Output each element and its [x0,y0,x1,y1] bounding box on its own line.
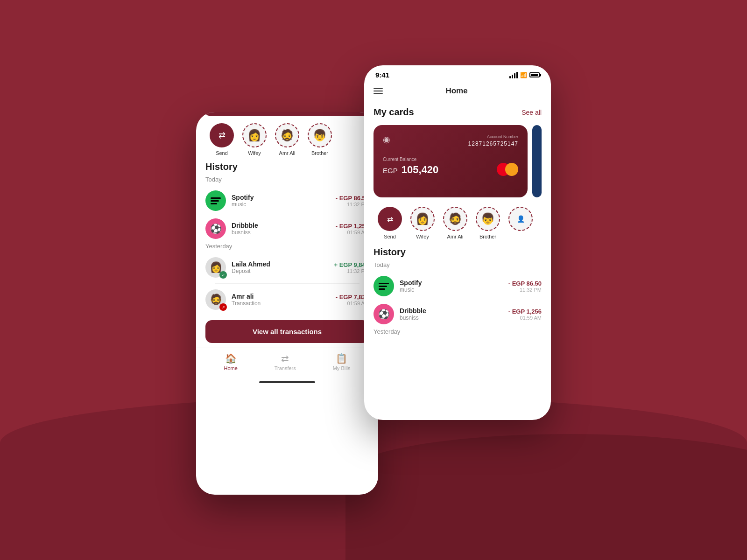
history-title-left: History [205,161,369,172]
tx-sub-spotify-left: music [232,201,330,208]
contact-brother[interactable]: 👦 Brother [303,123,336,156]
card-partial [205,112,369,116]
wifi-icon: 📶 [520,72,527,78]
account-info: Account Number 12871265725147 [468,134,518,147]
nav-transfers-left[interactable]: ⇄ Transfers [275,353,296,371]
spotify-logo-left [205,190,226,211]
bar1 [509,76,511,78]
view-all-button[interactable]: View all transactions [205,320,369,343]
amrali-badge-left: ↗ [219,303,227,311]
nav-label-transfers-left: Transfers [275,365,296,371]
laila-avatar-left: 👩 ↙ [205,257,226,278]
divider-left [215,283,359,284]
bottom-nav-left: 🏠 Home ⇄ Transfers 📋 My Bills [196,348,378,378]
menu-line2 [374,91,383,91]
card-top: ◉ Account Number 12871265725147 [383,134,518,147]
contact-amrali[interactable]: 🧔 Amr Ali [271,123,303,156]
brother-avatar-right: 👦 [476,207,500,231]
home-indicator-left [196,378,378,386]
contact-wifey[interactable]: 👩 Wifey [238,123,271,156]
card-container: ◉ Account Number 12871265725147 Current … [364,121,551,201]
contact-label-brother-right: Brother [479,234,496,239]
wifey-avatar-right: 👩 [410,207,435,231]
bank-card: ◉ Account Number 12871265725147 Current … [374,125,528,197]
contact-label-wifey: Wifey [248,150,261,156]
balance-value: 105,420 [402,164,439,175]
nav-label-bills-left: My Bills [333,365,351,371]
wifey-avatar: 👩 [242,123,267,147]
send-avatar: ⇄ [210,123,234,147]
contact-label-amrali: Amr Ali [279,150,296,156]
tx-sub-dribbble-left: busniss [232,229,330,236]
day-yesterday-left: Yesterday [205,243,369,250]
card-bottom: Current Balance EGP 105,420 [383,157,518,176]
quick-contacts-right: ⇄ Send 👩 Wifey 🧔 Amr Ali 👦 Brother 👤 [364,201,551,245]
tx-time-dribbble-right: 01:59 AM [508,315,542,321]
signal-bars [509,72,518,78]
tx-info-spotify-right: Spotify music [400,279,503,293]
battery-icon [529,72,540,77]
contact-send[interactable]: ⇄ Send [205,123,238,156]
history-title-right: History [374,247,542,258]
day-today-left: Today [205,176,369,183]
dribbble-logo-right: ⚽ [374,304,394,324]
tx-name-dribbble-right: Dribbble [400,307,503,315]
send-icon-right: ⇄ [387,215,393,224]
history-right: History Today Spotify music - EGP 86.50 [364,245,551,341]
amrali-avatar: 🧔 [275,123,299,147]
more-avatar-right: 👤 [508,207,533,231]
tx-name-spotify-left: Spotify [232,194,330,201]
tx-sub-amrali-left: Transaction [232,300,330,307]
contact-label-brother: Brother [311,150,328,156]
app-header: Home [364,83,551,103]
right-phone: 9:41 📶 Home [364,65,551,420]
tx-spotify-left: Spotify music - EGP 86.50 11:32 PM [205,187,369,215]
tx-spotify-right: Spotify music - EGP 86.50 11:32 PM [374,272,542,300]
contact-more-right[interactable]: 👤 [504,207,537,239]
menu-line1 [374,88,383,89]
tx-laila-left: 👩 ↙ Laila Ahmed Deposit + EGP 9,843 11:3… [205,253,369,281]
tx-amount-block-laila-left: + EGP 9,843 11:32 PM [334,261,369,274]
contact-send-right[interactable]: ⇄ Send [374,207,406,239]
history-left: History Today Spotify music [196,160,378,315]
bar3 [514,73,515,78]
nav-bills-left[interactable]: 📋 My Bills [333,353,351,371]
dribbble-logo-left: ⚽ [205,218,226,239]
contact-label-send: Send [216,150,228,156]
header-title: Home [445,86,467,96]
balance-info: Current Balance EGP 105,420 [383,157,438,176]
tx-amount-spotify-right: - EGP 86.50 [508,280,542,287]
nav-home-left[interactable]: 🏠 Home [224,353,237,371]
status-bar: 9:41 📶 [364,65,551,83]
mc-orange-circle [505,163,518,176]
contact-label-send-right: Send [384,234,396,239]
amrali-avatar-right: 🧔 [443,207,467,231]
tx-sub-spotify-right: music [400,287,503,293]
battery-fill [531,74,538,76]
contact-label-amrali-right: Amr Ali [447,234,464,239]
transfers-icon-left: ⇄ [281,353,289,364]
brother-avatar: 👦 [308,123,332,147]
balance-amount: EGP 105,420 [383,164,438,176]
contact-brother-right[interactable]: 👦 Brother [472,207,504,239]
tx-info-dribbble-left: Dribbble busniss [232,222,330,236]
day-today-right: Today [374,261,542,268]
menu-button[interactable] [374,88,383,94]
laila-badge-left: ↙ [219,271,227,279]
tx-dribbble-left: ⚽ Dribbble busniss - EGP 1,256 01:59 AM [205,215,369,243]
tx-info-laila-left: Laila Ahmed Deposit [232,260,328,274]
status-time: 9:41 [375,71,389,79]
contact-amrali-right[interactable]: 🧔 Amr Ali [439,207,472,239]
send-avatar-right: ⇄ [378,207,402,231]
amrali-avatar-tx-left: 🧔 ↗ [205,289,226,310]
balance-currency: EGP [383,167,398,175]
tx-amount-block-dribbble-right: - EGP 1,256 01:59 AM [508,308,542,321]
tx-amount-laila-left: + EGP 9,843 [334,261,369,268]
day-yesterday-right: Yesterday [374,328,542,335]
bar4 [516,72,518,78]
contact-wifey-right[interactable]: 👩 Wifey [406,207,439,239]
bar2 [512,75,513,78]
tx-amount-block-spotify-right: - EGP 86.50 11:32 PM [508,280,542,293]
tx-amount-dribbble-right: - EGP 1,256 [508,308,542,315]
see-all-button[interactable]: See all [521,109,542,116]
